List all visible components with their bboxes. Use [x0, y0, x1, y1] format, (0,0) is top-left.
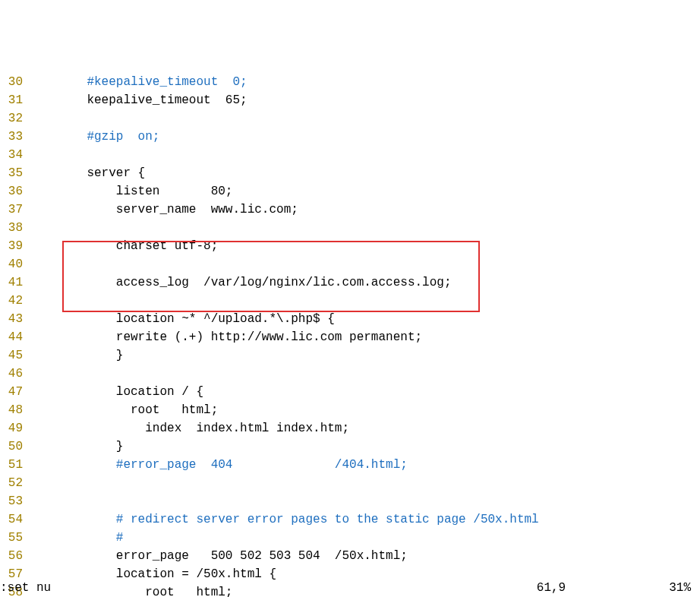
code-line[interactable]: 39 charset utf-8;: [0, 237, 700, 255]
comment-text: #keepalive_timeout 0;: [87, 73, 247, 91]
code-text: }: [58, 437, 123, 456]
gutter: [23, 474, 58, 492]
line-number: 32: [0, 109, 23, 128]
gutter: [23, 419, 58, 437]
editor-area[interactable]: 30 #keepalive_timeout 0;31 keepalive_tim…: [0, 73, 700, 597]
code-text: server {: [58, 164, 145, 182]
code-text: location ~* ^/upload.*\.php$ {: [58, 310, 335, 328]
line-number: 36: [0, 182, 23, 201]
code-line[interactable]: 37 server_name www.lic.com;: [0, 201, 700, 219]
gutter: [23, 128, 58, 146]
comment-text: #gzip on;: [87, 128, 159, 146]
code-line[interactable]: 47 location / {: [0, 383, 700, 401]
line-number: 42: [0, 292, 23, 310]
code-text: access_log /var/log/nginx/lic.com.access…: [58, 273, 451, 292]
code-text: [58, 510, 116, 529]
gutter: [23, 164, 58, 182]
line-number: 50: [0, 437, 23, 456]
line-number: 41: [0, 273, 23, 292]
code-line[interactable]: 33 #gzip on;: [0, 128, 700, 146]
code-line[interactable]: 41 access_log /var/log/nginx/lic.com.acc…: [0, 273, 700, 292]
code-line[interactable]: 51 #error_page 404 /404.html;: [0, 456, 700, 474]
status-spacer: [51, 579, 537, 597]
line-number: 52: [0, 474, 23, 492]
code-line[interactable]: 43 location ~* ^/upload.*\.php$ {: [0, 310, 700, 328]
line-number: 47: [0, 383, 23, 401]
line-number: 33: [0, 128, 23, 146]
code-line[interactable]: 53: [0, 492, 700, 510]
code-line[interactable]: 36 listen 80;: [0, 182, 700, 201]
code-text: [58, 456, 116, 474]
code-line[interactable]: 31 keepalive_timeout 65;: [0, 91, 700, 109]
status-command: :set nu: [0, 579, 51, 597]
code-text: [58, 73, 87, 91]
gutter: [23, 201, 58, 219]
code-text: keepalive_timeout 65;: [58, 91, 248, 109]
gutter: [23, 73, 58, 91]
code-text: [58, 529, 116, 547]
gutter: [23, 91, 58, 109]
code-line[interactable]: 54 # redirect server error pages to the …: [0, 510, 700, 529]
line-number: 37: [0, 201, 23, 219]
code-line[interactable]: 38: [0, 219, 700, 237]
code-text: }: [58, 346, 123, 365]
code-line[interactable]: 49 index index.html index.htm;: [0, 419, 700, 437]
status-percent: 31%: [669, 579, 700, 597]
line-number: 38: [0, 219, 23, 237]
code-line[interactable]: 42: [0, 292, 700, 310]
code-line[interactable]: 30 #keepalive_timeout 0;: [0, 73, 700, 91]
line-number: 34: [0, 146, 23, 164]
code-line[interactable]: 45 }: [0, 346, 700, 365]
line-number: 43: [0, 310, 23, 328]
code-line[interactable]: 34: [0, 146, 700, 164]
gutter: [23, 529, 58, 547]
gutter: [23, 492, 58, 510]
code-line[interactable]: 40: [0, 255, 700, 273]
code-text: root html;: [58, 401, 218, 419]
gutter: [23, 437, 58, 456]
gutter: [23, 365, 58, 383]
code-line[interactable]: 50 }: [0, 437, 700, 456]
line-number: 40: [0, 255, 23, 273]
line-number: 54: [0, 510, 23, 529]
gutter: [23, 310, 58, 328]
code-text: error_page 500 502 503 504 /50x.html;: [58, 547, 408, 565]
line-number: 46: [0, 365, 23, 383]
code-line[interactable]: 56 error_page 500 502 503 504 /50x.html;: [0, 547, 700, 565]
code-text: location / {: [58, 383, 203, 401]
line-number: 44: [0, 328, 23, 346]
code-line[interactable]: 48 root html;: [0, 401, 700, 419]
code-text: server_name www.lic.com;: [58, 201, 298, 219]
line-number: 39: [0, 237, 23, 255]
gutter: [23, 456, 58, 474]
line-number: 55: [0, 529, 23, 547]
gutter: [23, 401, 58, 419]
line-number: 51: [0, 456, 23, 474]
code-text: listen 80;: [58, 182, 232, 201]
code-text: [58, 128, 87, 146]
status-position: 61,9: [537, 579, 669, 597]
gutter: [23, 547, 58, 565]
code-line[interactable]: 32: [0, 109, 700, 128]
line-number: 56: [0, 547, 23, 565]
line-number: 45: [0, 346, 23, 365]
code-line[interactable]: 44 rewrite (.+) http://www.lic.com perma…: [0, 328, 700, 346]
code-text: rewrite (.+) http://www.lic.com permanen…: [58, 328, 422, 346]
code-line[interactable]: 46: [0, 365, 700, 383]
code-line[interactable]: 55 #: [0, 529, 700, 547]
gutter: [23, 510, 58, 529]
gutter: [23, 146, 58, 164]
line-number: 31: [0, 91, 23, 109]
code-line[interactable]: 52: [0, 474, 700, 492]
gutter: [23, 383, 58, 401]
comment-text: #error_page 404 /404.html;: [116, 456, 408, 474]
code-text: charset utf-8;: [58, 237, 218, 255]
gutter: [23, 255, 58, 273]
gutter: [23, 292, 58, 310]
line-number: 35: [0, 164, 23, 182]
code-line[interactable]: 35 server {: [0, 164, 700, 182]
comment-text: #: [116, 529, 124, 547]
gutter: [23, 328, 58, 346]
line-number: 49: [0, 419, 23, 437]
gutter: [23, 346, 58, 365]
